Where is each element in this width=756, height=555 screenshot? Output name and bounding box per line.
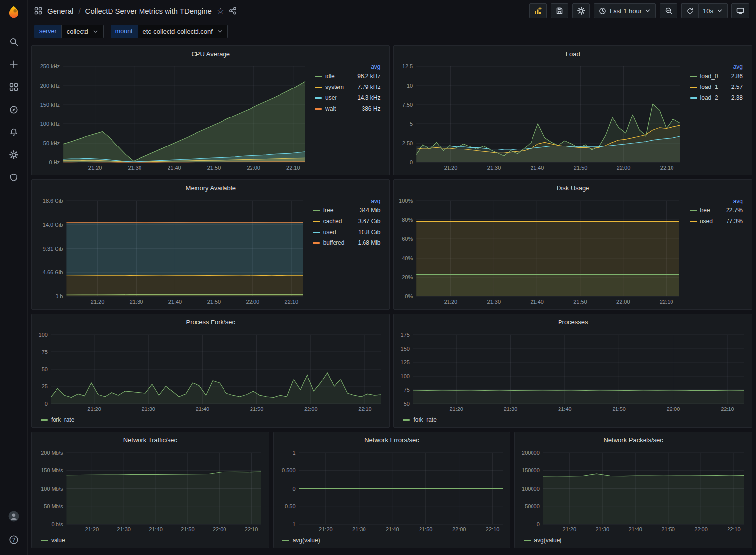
legend-item[interactable]: used77.3% [690,218,743,225]
chart-canvas[interactable]: 0 b4.66 Gib9.31 Gib14.0 Gib18.6 Gib21:20… [34,196,309,307]
svg-text:21:40: 21:40 [559,406,572,412]
clock-icon [599,7,606,15]
legend-series-avg-value: 2.57 [722,84,743,90]
svg-text:7.50: 7.50 [402,102,413,108]
panel-legend: fork_rate [34,414,387,425]
chevron-down-icon [217,29,223,34]
sidebar-item-search[interactable] [5,33,22,50]
panel-title[interactable]: Process Fork/sec [32,314,389,330]
chart-canvas[interactable]: 05000010000015000020000021:2021:3021:402… [517,448,750,535]
sidebar-item-dashboards[interactable] [5,79,22,95]
help-icon: ? [9,535,19,545]
chart-canvas[interactable]: 507510012515017521:2021:3021:4021:5022:0… [396,330,750,414]
chart-canvas[interactable]: 02.5057.501012.521:2021:3021:4021:5022:0… [396,61,686,173]
legend-item[interactable]: load_22.38 [690,94,743,101]
legend-item[interactable]: value [41,537,65,544]
series-color-dash [315,87,322,88]
svg-text:0 b/s: 0 b/s [52,521,63,527]
svg-text:21:30: 21:30 [487,299,501,305]
panel-title[interactable]: Network Packets/sec [515,432,752,448]
sidebar-item-server-admin[interactable] [5,169,22,186]
variable-server: server collectd [34,25,104,38]
chart-canvas[interactable]: 0 Hz50 kHz100 kHz150 kHz200 kHz250 kHz21… [34,61,311,173]
breadcrumb-separator: / [78,7,80,15]
series-color-dash [524,540,531,541]
dashboard-toolbar: Last 1 hour 10s [529,3,749,18]
svg-text:21:30: 21:30 [487,165,501,171]
gear-icon [577,7,585,15]
svg-text:50000: 50000 [525,503,540,509]
legend-item[interactable]: fork_rate [41,416,74,423]
cycle-view-mode-button[interactable] [731,3,749,18]
svg-text:21:20: 21:20 [91,299,105,305]
save-dashboard-button[interactable] [551,3,568,18]
legend-item[interactable]: system7.79 kHz [315,84,380,90]
chart-canvas[interactable]: 0 b/s50 Mb/s100 Mb/s150 Mb/s200 Mb/s21:2… [34,448,267,535]
panel-title[interactable]: Load [394,46,752,61]
variable-value-server[interactable]: collectd [61,25,104,38]
zoom-out-time-button[interactable] [660,3,677,18]
legend-item[interactable]: idle96.2 kHz [315,73,380,80]
time-range-label: Last 1 hour [610,7,642,15]
panel-title[interactable]: Disk Usage [394,180,752,196]
panel-title[interactable]: Processes [394,314,752,330]
svg-text:21:50: 21:50 [574,165,588,171]
refresh-button[interactable] [681,3,698,18]
svg-text:21:40: 21:40 [531,165,544,171]
refresh-interval-dropdown[interactable]: 10s [698,3,728,18]
variable-mount-selected: etc-collectd-collectd.conf [143,28,213,35]
chart-canvas[interactable]: -1-0.5000.500121:2021:3021:4021:5022:002… [276,448,508,535]
legend-item[interactable]: free22.7% [690,207,743,214]
legend-item[interactable]: cached3.67 Gib [313,218,381,225]
panel-legend: avgfree22.7%used77.3% [686,196,750,307]
panel-disk-usage: Disk Usage 0%20%40%60%80%100%21:2021:302… [393,179,752,310]
breadcrumb-folder[interactable]: General [47,7,73,15]
breadcrumb-dashboard-title[interactable]: CollectD Server Metrics with TDengine [85,7,212,15]
legend-item[interactable]: free344 Mib [313,207,381,214]
svg-text:75: 75 [42,349,48,355]
panel-title[interactable]: Network Errors/sec [274,432,510,448]
shield-icon [9,173,18,182]
chevron-down-icon [717,8,723,14]
series-color-dash [690,221,697,222]
svg-text:150 Mb/s: 150 Mb/s [41,467,63,473]
legend-item[interactable]: load_02.86 [690,73,743,80]
sidebar-item-alerting[interactable] [5,124,22,141]
legend-series-label: cached [323,218,342,225]
legend-item[interactable]: used10.8 Gib [313,229,381,235]
sidebar: ? [0,0,28,555]
variable-value-mount[interactable]: etc-collectd-collectd.conf [138,25,228,38]
legend-item[interactable]: avg(value) [282,537,320,544]
legend-item[interactable]: fork_rate [403,416,436,423]
time-range-picker[interactable]: Last 1 hour [594,3,656,18]
chart-canvas[interactable]: 0%20%40%60%80%100%21:2021:3021:4021:5022… [396,196,685,307]
panel-load: Load 02.5057.501012.521:2021:3021:4021:5… [393,45,752,175]
help-button[interactable]: ? [5,531,22,548]
svg-text:22:10: 22:10 [660,165,674,171]
svg-text:21:20: 21:20 [88,165,102,171]
legend-series-label: value [51,537,65,544]
legend-item[interactable]: user14.3 kHz [315,94,380,101]
legend-item[interactable]: wait386 Hz [315,105,380,112]
legend-item[interactable]: avg(value) [524,537,561,544]
panel-title[interactable]: CPU Average [32,46,389,61]
svg-text:21:40: 21:40 [386,526,399,532]
svg-text:22:00: 22:00 [695,526,708,532]
grafana-logo[interactable] [5,4,22,21]
share-dashboard-button[interactable] [229,7,237,15]
sidebar-item-configuration[interactable] [5,146,22,163]
add-panel-button[interactable] [529,3,547,18]
sidebar-item-create[interactable] [5,56,22,73]
dashboard-settings-button[interactable] [572,3,590,18]
panel-title[interactable]: Network Traffic/sec [32,432,269,448]
svg-text:21:20: 21:20 [87,406,101,412]
legend-item[interactable]: load_12.57 [690,84,743,90]
sidebar-item-explore[interactable] [5,101,22,118]
star-dashboard-button[interactable]: ☆ [217,7,224,15]
panel-title[interactable]: Memory Available [32,180,389,196]
panel-network-errors: Network Errors/sec -1-0.5000.500121:2021… [273,432,511,548]
gear-icon [9,150,18,159]
user-profile-button[interactable] [5,508,22,525]
legend-item[interactable]: buffered1.68 Mib [313,239,381,246]
chart-canvas[interactable]: 025507510021:2021:3021:4021:5022:0022:10 [34,330,387,414]
